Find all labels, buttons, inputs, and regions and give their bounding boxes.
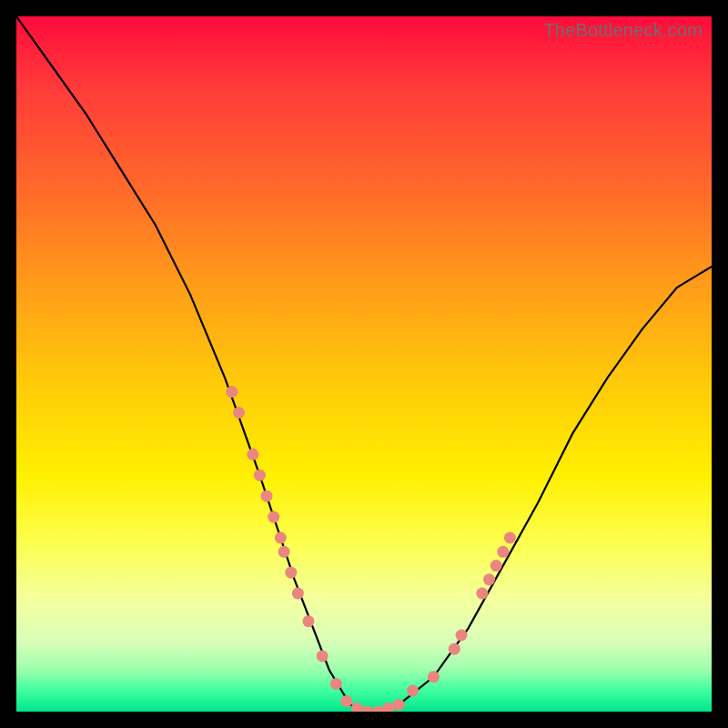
sample-point	[504, 532, 516, 544]
sample-point	[483, 573, 495, 585]
curve-line	[16, 16, 712, 712]
sample-point	[261, 490, 273, 502]
sample-point	[340, 695, 352, 707]
sample-point	[476, 588, 488, 600]
chart-svg	[16, 16, 712, 712]
sample-point	[497, 546, 509, 558]
sample-point	[275, 532, 287, 544]
sample-point	[292, 588, 304, 600]
sample-point	[302, 615, 314, 627]
plot-area: TheBottleneck.com	[16, 16, 712, 712]
watermark-text: TheBottleneck.com	[543, 20, 703, 41]
sample-point	[285, 567, 297, 579]
sample-point	[428, 671, 440, 682]
sample-point	[317, 650, 329, 662]
sample-point	[456, 630, 468, 642]
sample-point	[330, 678, 342, 690]
sample-point	[268, 511, 279, 523]
sample-point	[393, 699, 405, 711]
sample-point	[226, 386, 238, 398]
sample-point	[233, 407, 245, 419]
sample-point	[351, 703, 363, 712]
bottleneck-curve	[16, 16, 712, 712]
sample-point	[407, 685, 419, 697]
sample-point	[278, 546, 290, 558]
sample-point	[382, 703, 394, 712]
outer-frame: TheBottleneck.com	[0, 0, 728, 728]
sample-point	[254, 470, 266, 481]
sample-point	[361, 706, 373, 713]
sample-point	[490, 560, 502, 571]
sample-points-group	[226, 386, 516, 712]
sample-point	[449, 643, 460, 655]
sample-point	[247, 449, 258, 460]
sample-point	[372, 706, 384, 713]
